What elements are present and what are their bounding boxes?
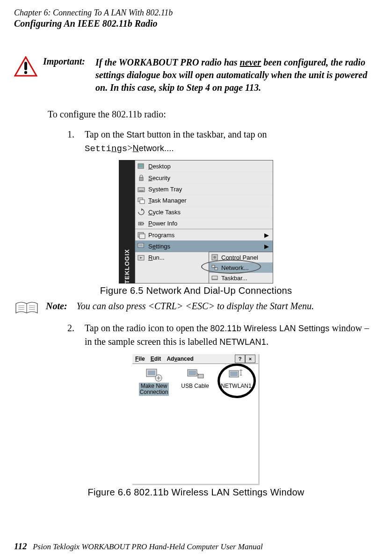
svg-marker-10 <box>141 208 143 211</box>
menu-edit[interactable]: Edit <box>151 356 161 362</box>
chevron-right-icon: ▶ <box>264 232 269 239</box>
menu-cycle[interactable]: Cycle Tasks <box>135 206 273 218</box>
icon-usb-cable[interactable]: USB Cable <box>177 367 213 396</box>
brand-strip: TEKLOGIX <box>119 160 135 284</box>
svg-rect-40 <box>189 371 196 375</box>
step-2: 2. Tap on the radio icon to open the 802… <box>67 321 378 349</box>
book-icon <box>14 301 39 316</box>
intro-text: To configure the 802.11b radio: <box>48 108 378 120</box>
svg-rect-5 <box>139 177 143 181</box>
settings-path: Settings <box>85 144 127 154</box>
menu-taskmgr[interactable]: Task Manager <box>135 195 273 206</box>
submenu-taskbar[interactable]: Taskbar... <box>209 273 273 283</box>
svg-point-21 <box>213 256 216 259</box>
menu-desktop[interactable]: Desktop <box>135 160 273 172</box>
highlight-circle <box>201 260 261 274</box>
note-label: Note: <box>46 301 67 312</box>
svg-rect-26 <box>212 279 218 280</box>
chapter-header: Chapter 6: Connecting To A LAN With 802.… <box>14 7 378 18</box>
menu-systray[interactable]: System Tray <box>135 183 273 195</box>
note-text: You can also press <CTRL> <ESC> to displ… <box>77 301 314 312</box>
svg-rect-17 <box>139 244 143 247</box>
help-button[interactable]: ? <box>235 355 245 363</box>
highlight-circle-thick <box>218 364 256 398</box>
section-header: Configuring An IEEE 802.11b Radio <box>14 18 378 29</box>
svg-rect-1 <box>24 62 27 70</box>
svg-point-2 <box>24 71 27 73</box>
close-button[interactable]: × <box>245 355 255 363</box>
svg-rect-9 <box>140 200 145 204</box>
page-footer: 112 Psion Teklogix WORKABOUT PRO Hand-He… <box>14 541 263 552</box>
warning-icon <box>14 56 37 77</box>
important-text: If the WORKABOUT PRO radio has never bee… <box>95 56 378 94</box>
figure-6-5-caption: Figure 6.5 Network And Dial-Up Connectio… <box>14 285 378 296</box>
menubar: File Edit Advanced ? × <box>132 354 258 364</box>
menu-settings[interactable]: Settings ▶ <box>135 240 273 252</box>
important-callout: Important: If the WORKABOUT PRO radio ha… <box>14 56 378 94</box>
svg-rect-4 <box>138 164 143 167</box>
start-label: Start <box>126 130 145 139</box>
lan-settings-screenshot: File Edit Advanced ? × Make NewConnectio… <box>132 354 260 485</box>
svg-rect-35 <box>148 371 155 375</box>
start-menu-screenshot: TEKLOGIX Desktop Security System Tray Ta… <box>119 160 273 284</box>
menu-power[interactable]: Power Info <box>135 218 273 229</box>
svg-rect-7 <box>139 190 144 191</box>
menu-advanced[interactable]: Advanced <box>167 356 193 362</box>
icon-make-new-connection[interactable]: Make NewConnection <box>136 367 172 396</box>
menu-file[interactable]: File <box>135 356 145 362</box>
menu-programs[interactable]: Programs ▶ <box>135 229 273 240</box>
svg-rect-12 <box>143 223 144 224</box>
note-callout: Note: You can also press <CTRL> <ESC> to… <box>14 301 378 316</box>
menu-security[interactable]: Security <box>135 172 273 183</box>
figure-6-6-caption: Figure 6.6 802.11b Wireless LAN Settings… <box>14 487 378 498</box>
step-1: 1. Tap on the Start button in the taskba… <box>67 128 378 156</box>
chevron-right-icon: ▶ <box>264 243 269 250</box>
important-label: Important: <box>43 56 85 67</box>
svg-rect-15 <box>139 234 145 239</box>
